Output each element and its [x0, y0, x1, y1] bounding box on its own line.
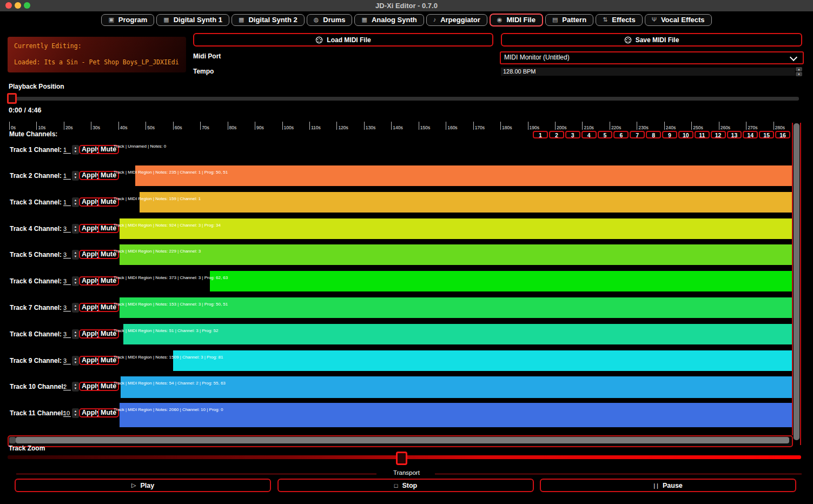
vertical-scrollbar[interactable]	[794, 123, 799, 440]
mute-channel-7-button[interactable]: 7	[630, 131, 645, 138]
midi-region	[135, 165, 792, 186]
channel-number-input[interactable]: 3	[63, 357, 71, 364]
tab-arpeggiator[interactable]: ♪ Arpeggiator	[426, 14, 487, 26]
horizontal-scrollbar-track[interactable]	[8, 435, 793, 447]
track-row: Track 9 Channel: 3 ▲▼ Apply Mute Track |…	[0, 350, 813, 371]
play-button[interactable]: ▷ Play	[15, 479, 271, 492]
ruler-tick	[64, 122, 64, 130]
ruler-tick-label: 140s	[393, 125, 402, 130]
tab-midi-file[interactable]: ◉ MIDI File	[490, 14, 543, 26]
channel-number-input[interactable]: 2	[63, 383, 71, 390]
channel-spinner[interactable]: ▲▼	[72, 224, 79, 234]
channel-number-input[interactable]: 1	[63, 173, 71, 180]
mute-channel-2-button[interactable]: 2	[549, 131, 564, 138]
midi-port-select[interactable]: MIDI Monitor (Untitled)	[500, 51, 804, 64]
tab-analog-synth[interactable]: ▦ Analog Synth	[354, 14, 424, 26]
mute-channel-5-button[interactable]: 5	[598, 131, 613, 138]
ruler-tick-label: 150s	[420, 125, 430, 130]
mute-channel-row: 12345678910111213141516	[533, 131, 790, 138]
spin-down-icon: ▼	[74, 202, 77, 206]
channel-spinner[interactable]: ▲▼	[72, 171, 79, 181]
pause-button[interactable]: | | Pause	[540, 479, 796, 492]
mute-channel-13-button[interactable]: 13	[727, 131, 742, 138]
spin-down-button[interactable]: ▼	[796, 72, 802, 76]
mute-channel-1-button[interactable]: 1	[533, 131, 548, 138]
stop-button[interactable]: □ Stop	[277, 479, 534, 492]
spin-down-icon: ▼	[74, 308, 77, 311]
channel-number-input[interactable]: 3	[63, 278, 71, 285]
mute-channel-15-button[interactable]: 15	[759, 131, 774, 138]
tempo-label: Tempo	[193, 68, 214, 75]
channel-spinner[interactable]: ▲▼	[72, 250, 79, 260]
ruler-tick-label: 260s	[721, 125, 730, 130]
playback-slider-handle[interactable]	[7, 93, 17, 104]
ruler-tick	[419, 122, 419, 130]
tab-drums[interactable]: ◍ Drums	[307, 14, 353, 26]
ruler-tick	[610, 122, 610, 130]
mute-channel-6-button[interactable]: 6	[613, 131, 629, 138]
window-title: JD-Xi Editor - 0.7.0	[0, 0, 813, 11]
spin-down-icon: ▼	[74, 229, 77, 233]
tab-digital-synth-2[interactable]: ▦ Digital Synth 2	[232, 14, 305, 26]
channel-spinner[interactable]: ▲▼	[72, 303, 79, 313]
track-zoom-slider-handle[interactable]	[396, 452, 407, 465]
track-channel-label: Track 10 Channel:	[10, 383, 65, 390]
track-info-label: Track | MIDI Region | Notes: 153 | Chann…	[114, 302, 228, 307]
spin-down-icon: ▼	[74, 281, 77, 285]
channel-number-input[interactable]: 10	[63, 410, 71, 417]
channel-number-input[interactable]: 3	[63, 226, 71, 233]
spin-up-button[interactable]: ▲	[796, 67, 802, 71]
load-midi-file-button[interactable]: Load MIDI File	[193, 33, 493, 47]
tab-effects[interactable]: ⇅ Effects	[596, 14, 643, 26]
tab-digital-synth-1[interactable]: ▦ Digital Synth 1	[156, 14, 229, 26]
channel-spinner[interactable]: ▲▼	[72, 356, 79, 366]
channel-spinner[interactable]: ▲▼	[72, 276, 79, 286]
load-midi-file-label: Load MIDI File	[327, 36, 371, 44]
channel-number-input[interactable]: 3	[63, 304, 71, 311]
horizontal-scrollbar-thumb[interactable]	[16, 437, 789, 443]
ruler-tick	[336, 122, 337, 130]
track-info-label: Track | MIDI Region | Notes: 51 | Channe…	[114, 328, 218, 333]
tempo-input[interactable]: 128.00 BPM	[501, 68, 795, 76]
channel-spinner[interactable]: ▲▼	[72, 197, 79, 207]
mute-channel-11-button[interactable]: 11	[695, 131, 710, 138]
track-row: Track 8 Channel: 3 ▲▼ Apply Mute Track |…	[0, 324, 813, 344]
spin-down-icon: ▼	[74, 413, 77, 417]
channel-number-input[interactable]: 1	[63, 147, 71, 154]
mute-channel-10-button[interactable]: 10	[678, 131, 693, 138]
mute-channel-9-button[interactable]: 9	[662, 131, 677, 138]
spin-up-icon: ▲	[74, 172, 77, 176]
track-channel-label: Track 5 Channel:	[10, 251, 62, 258]
channel-number-input[interactable]: 3	[63, 251, 71, 258]
playback-slider-track[interactable]	[8, 97, 799, 101]
track-info-label: Track | MIDI Region | Notes: 924 | Chann…	[114, 223, 221, 228]
mute-channel-16-button[interactable]: 16	[775, 131, 790, 138]
ruler-tick-label: 20s	[65, 125, 73, 130]
track-channel-label: Track 6 Channel:	[10, 277, 62, 285]
mute-channel-12-button[interactable]: 12	[711, 131, 726, 138]
playback-time-label: 0:00 / 4:46	[9, 107, 41, 114]
save-midi-file-button[interactable]: Save MIDI File	[501, 33, 802, 47]
currently-editing-panel: Currently Editing: Loaded: Its a Sin - P…	[8, 37, 186, 72]
channel-spinner[interactable]: ▲▼	[72, 408, 79, 418]
channel-spinner[interactable]: ▲▼	[72, 382, 79, 392]
midi-region	[123, 324, 792, 344]
tab-program[interactable]: ▣ Program	[101, 14, 154, 26]
mute-channel-14-button[interactable]: 14	[743, 131, 758, 138]
tab-vocal-effects[interactable]: Ψ Vocal Effects	[645, 14, 712, 26]
channel-number-input[interactable]: 3	[63, 331, 71, 338]
track-info-label: Track | MIDI Region | Notes: 229 | Chann…	[114, 249, 201, 254]
tab-pattern[interactable]: ▤ Pattern	[545, 14, 593, 26]
mute-channel-8-button[interactable]: 8	[646, 131, 661, 138]
channel-number-input[interactable]: 1	[63, 199, 71, 206]
sliders-icon: ⇅	[603, 17, 607, 23]
ruler-tick-label: 180s	[502, 125, 512, 130]
midi-region	[173, 350, 792, 371]
mute-channel-3-button[interactable]: 3	[565, 131, 580, 138]
channel-spinner[interactable]: ▲▼	[72, 145, 79, 155]
pause-icon: | |	[653, 482, 658, 489]
transport-border	[16, 474, 376, 474]
mute-channel-4-button[interactable]: 4	[581, 131, 597, 138]
channel-spinner[interactable]: ▲▼	[72, 329, 79, 339]
spin-up-icon: ▲	[74, 304, 77, 308]
